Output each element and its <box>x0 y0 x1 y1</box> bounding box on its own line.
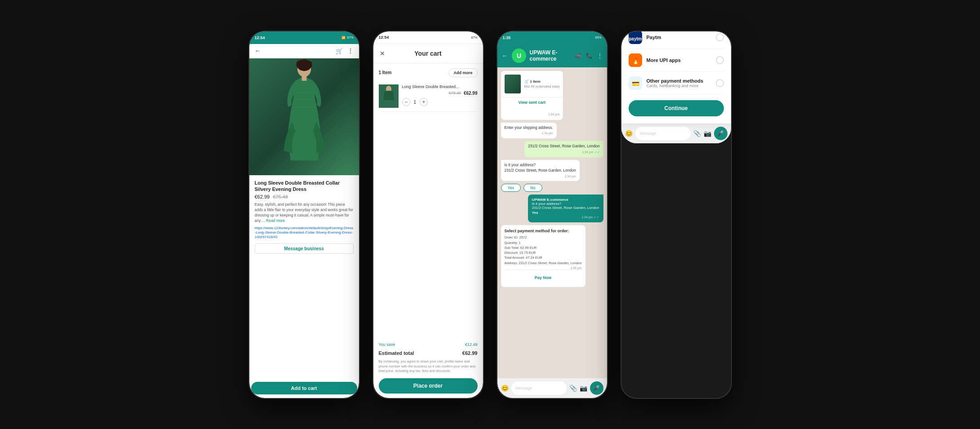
cart-item-old-price: €75.48 <box>448 91 461 96</box>
view-sent-cart-button[interactable]: View sent cart <box>505 100 560 105</box>
attach-icon[interactable]: 📎 <box>569 385 577 392</box>
status-bar-3: 1:35 85% <box>497 31 607 44</box>
cart-savings: You save €12.49 <box>379 339 478 349</box>
message-business-button[interactable]: Message business <box>255 243 354 254</box>
wa-yes-no-buttons: Yes No <box>501 184 542 192</box>
paytm-icon: paytm <box>629 31 642 44</box>
emoji-icon[interactable]: 😊 <box>501 385 509 392</box>
price-original: €75.48 <box>273 194 288 199</box>
pay-now-button[interactable]: Pay Now <box>535 275 552 280</box>
cart-title: Your cart <box>414 50 441 57</box>
cart-close-icon[interactable]: ✕ <box>380 50 385 57</box>
continue-button[interactable]: Continue <box>629 100 724 116</box>
cart-item: Long Sleeve Double Breasted... €75.48 €6… <box>379 81 478 112</box>
status-time-2: 12:54 <box>379 35 389 40</box>
battery-icon-3: 85% <box>595 36 601 39</box>
svg-text:paytm: paytm <box>629 36 642 41</box>
cart-item-image <box>379 84 399 108</box>
wa-header-icons-3: 📹 📞 ⋮ <box>575 53 603 59</box>
wa-payment-request: Select payment method for order: Order I… <box>501 225 585 287</box>
pay-now-row: Pay Now <box>505 270 582 283</box>
status-bar-1: 12:54 📶 87% <box>249 31 359 44</box>
card-icon: 💳 <box>629 76 642 90</box>
status-time-3: 1:35 <box>503 35 511 40</box>
svg-text:💳: 💳 <box>631 80 639 88</box>
product-image <box>249 58 359 175</box>
wa-bubble-shipping-prompt: Enter your shipping address. 1:34 pm <box>501 123 557 139</box>
product-info: Long Sleeve Double Breasted Collar Silve… <box>249 175 359 382</box>
phone-2-cart: 12:54 87% ✕ Your cart 1 Item Add more <box>372 31 484 399</box>
upi-icon: 🔥 <box>629 53 642 67</box>
phone-3-chat: 1:35 85% ← U UPWAW E-commerce 📹 📞 <box>497 31 608 399</box>
wa-contact-name-3: UPWAW E-commerce <box>530 49 571 62</box>
cart-icon[interactable]: 🛒 <box>336 48 343 54</box>
wa-chat-bg-3: 🛒 1 Item €62.99 (estimated total) View s… <box>497 67 607 378</box>
svg-text:🔥: 🔥 <box>631 57 639 65</box>
paytm-radio[interactable] <box>716 33 724 41</box>
wa-business-reply: UPWAW E-commerce Is it your address? 231… <box>528 195 603 222</box>
wa-avatar-3: U <box>512 49 526 63</box>
video-call-icon[interactable]: 📹 <box>575 53 581 59</box>
svg-rect-2 <box>302 76 306 81</box>
place-order-button[interactable]: Place order <box>379 378 478 394</box>
phone-4-payment: 1:35 85% ← U UPWAW E-commerce 📹 📞 <box>621 31 732 399</box>
cart-item-details: Long Sleeve Double Breasted... €75.48 €6… <box>402 84 478 106</box>
payment-method-modal: Choose payment method ✕ 💬 Pay on WhatsAp… <box>621 31 731 124</box>
message-input-4[interactable]: Message <box>635 127 691 140</box>
product-url[interactable]: https://www.123turkey.com/admin/default/… <box>255 226 354 240</box>
quantity-control: − 1 + <box>402 98 478 106</box>
mic-button-4[interactable]: 🎤 <box>714 127 727 140</box>
phone-call-icon[interactable]: 📞 <box>586 53 593 59</box>
cart-item-price: €62.99 <box>464 91 478 96</box>
upi-radio[interactable] <box>716 56 724 64</box>
cart-item-count: 1 Item Add more <box>379 64 478 81</box>
attach-icon-4[interactable]: 📎 <box>693 130 701 137</box>
read-more-link[interactable]: Read more <box>266 218 285 223</box>
product-header: ← 🛒 ⋮ <box>249 44 359 58</box>
order-card-time: 1:34 pm <box>548 113 559 116</box>
add-to-cart-button[interactable]: Add to cart <box>251 382 357 394</box>
wa-back-icon[interactable]: ← <box>502 52 508 59</box>
wa-bubble-confirm-address: Is it your address? 231/2 Cross Street, … <box>501 160 580 181</box>
price-current: €62.99 <box>255 194 270 199</box>
mic-button[interactable]: 🎤 <box>590 381 603 395</box>
message-input[interactable]: Message <box>511 381 567 395</box>
cart-body: 1 Item Add more Long Sleeve Double Breas… <box>373 64 483 398</box>
signal-icon-1: 📶 <box>341 36 346 40</box>
camera-icon-4[interactable]: 📷 <box>704 130 711 137</box>
add-more-button[interactable]: Add more <box>448 68 477 77</box>
more-icon[interactable]: ⋮ <box>347 47 354 54</box>
cart-header: ✕ Your cart <box>373 44 483 64</box>
battery-icon-1: 87% <box>347 36 353 39</box>
more-icon-3[interactable]: ⋮ <box>597 53 603 59</box>
qty-decrease[interactable]: − <box>402 98 410 106</box>
wa-input-bar-4: 😊 Message 📎 📷 🎤 <box>621 124 731 143</box>
payment-option-paytm[interactable]: paytm Paytm <box>629 31 724 49</box>
camera-icon[interactable]: 📷 <box>580 385 587 392</box>
wa-bubble-address: 231/2 Cross Street, Rose Garden, London … <box>524 141 603 157</box>
status-bar-2: 12:54 87% <box>373 31 483 44</box>
product-price: €62.99 €75.48 <box>255 194 354 199</box>
payment-option-card[interactable]: 💳 Other payment methods Cards, NetBankin… <box>629 72 724 95</box>
no-button[interactable]: No <box>523 184 542 192</box>
paytm-label: Paytm <box>647 35 711 40</box>
status-icons-1: 📶 87% <box>341 36 353 40</box>
card-label: Other payment methods Cards, NetBanking … <box>647 78 711 88</box>
emoji-icon-4[interactable]: 😊 <box>625 130 633 137</box>
order-card-image <box>505 75 521 93</box>
order-card-header: 🛒 1 Item €62.99 (estimated total) <box>501 71 563 97</box>
product-title: Long Sleeve Double Breasted Collar Silve… <box>255 180 354 193</box>
wa-header-3: ← U UPWAW E-commerce 📹 📞 ⋮ <box>497 44 607 67</box>
payment-option-upi[interactable]: 🔥 More UPI apps <box>629 49 724 72</box>
product-description: Easy, stylish, and perfect for any occas… <box>255 202 354 224</box>
card-radio[interactable] <box>716 79 724 87</box>
cart-estimated-total: Estimated total €62.99 <box>379 349 478 359</box>
order-card-info: 🛒 1 Item €62.99 (estimated total) <box>524 80 560 88</box>
qty-increase[interactable]: + <box>420 98 428 106</box>
yes-button[interactable]: Yes <box>501 184 521 192</box>
back-icon[interactable]: ← <box>255 47 261 54</box>
qty-value: 1 <box>414 100 417 105</box>
phone-1-product: 12:54 📶 87% ← 🛒 ⋮ <box>248 31 360 399</box>
battery-icon-2: 87% <box>471 36 477 39</box>
status-time-1: 12:54 <box>255 35 265 40</box>
